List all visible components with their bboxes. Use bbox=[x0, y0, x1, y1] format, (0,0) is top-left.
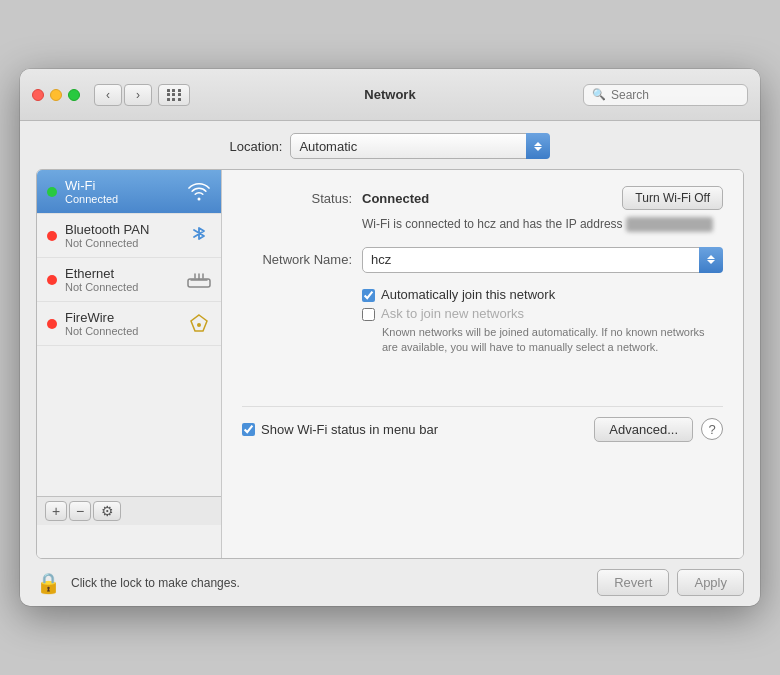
auto-join-label[interactable]: Automatically join this network bbox=[381, 287, 555, 302]
search-icon: 🔍 bbox=[592, 88, 606, 101]
firewire-item-name: FireWire bbox=[65, 310, 179, 325]
location-bar: Location: Automatic bbox=[20, 121, 760, 169]
wifi-status-dot bbox=[47, 187, 57, 197]
status-value: Connected bbox=[362, 191, 429, 206]
back-icon: ‹ bbox=[106, 88, 110, 102]
ethernet-status-dot bbox=[47, 275, 57, 285]
turn-wifi-button[interactable]: Turn Wi-Fi Off bbox=[622, 186, 723, 210]
right-panel: Status: Connected Turn Wi-Fi Off Wi-Fi i… bbox=[222, 170, 743, 558]
network-name-label: Network Name: bbox=[242, 252, 352, 267]
grid-button[interactable] bbox=[158, 84, 190, 106]
ask-join-row: Ask to join new networks bbox=[362, 306, 723, 321]
bluetooth-item-status: Not Connected bbox=[65, 237, 179, 249]
bluetooth-icon bbox=[187, 224, 211, 248]
search-bar[interactable]: 🔍 bbox=[583, 84, 748, 106]
forward-icon: › bbox=[136, 88, 140, 102]
network-name-row: Network Name: hcz bbox=[242, 247, 723, 273]
network-name-wrapper: hcz bbox=[362, 247, 723, 273]
status-label: Status: bbox=[242, 191, 352, 206]
sidebar-item-wifi[interactable]: Wi-Fi Connected bbox=[37, 170, 221, 214]
gear-icon: ⚙ bbox=[101, 503, 114, 519]
show-wifi-checkbox[interactable] bbox=[242, 423, 255, 436]
firewire-item-text: FireWire Not Connected bbox=[65, 310, 179, 337]
advanced-button[interactable]: Advanced... bbox=[594, 417, 693, 442]
lock-icon: 🔒 bbox=[36, 571, 61, 595]
sidebar-spacer bbox=[37, 346, 221, 496]
minus-icon: − bbox=[76, 503, 84, 519]
auto-join-row: Automatically join this network bbox=[362, 287, 723, 302]
wifi-item-status: Connected bbox=[65, 193, 179, 205]
grid-icon bbox=[167, 89, 182, 101]
ask-join-help: Known networks will be joined automatica… bbox=[382, 325, 723, 356]
footer-buttons: Revert Apply bbox=[597, 569, 744, 596]
bluetooth-item-text: Bluetooth PAN Not Connected bbox=[65, 222, 179, 249]
apply-button[interactable]: Apply bbox=[677, 569, 744, 596]
wifi-info: Wi-Fi is connected to hcz and has the IP… bbox=[362, 216, 723, 233]
help-button[interactable]: ? bbox=[701, 418, 723, 440]
network-settings-button[interactable]: ⚙ bbox=[93, 501, 121, 521]
location-arrow-icon bbox=[526, 133, 550, 159]
add-network-button[interactable]: + bbox=[45, 501, 67, 521]
firewire-icon bbox=[187, 312, 211, 336]
revert-button[interactable]: Revert bbox=[597, 569, 669, 596]
auto-join-checkbox[interactable] bbox=[362, 289, 375, 302]
svg-point-2 bbox=[197, 323, 201, 327]
location-label: Location: bbox=[230, 139, 283, 154]
status-row: Status: Connected Turn Wi-Fi Off bbox=[242, 186, 723, 210]
wifi-item-text: Wi-Fi Connected bbox=[65, 178, 179, 205]
back-button[interactable]: ‹ bbox=[94, 84, 122, 106]
remove-network-button[interactable]: − bbox=[69, 501, 91, 521]
show-wifi-label[interactable]: Show Wi-Fi status in menu bar bbox=[261, 422, 438, 437]
window-title: Network bbox=[364, 87, 415, 102]
show-wifi-row: Show Wi-Fi status in menu bar bbox=[242, 422, 438, 437]
footer: 🔒 Click the lock to make changes. Revert… bbox=[20, 559, 760, 606]
ask-join-checkbox[interactable] bbox=[362, 308, 375, 321]
traffic-lights bbox=[32, 89, 80, 101]
minimize-button[interactable] bbox=[50, 89, 62, 101]
sidebar-item-ethernet[interactable]: Ethernet Not Connected bbox=[37, 258, 221, 302]
ask-join-label[interactable]: Ask to join new networks bbox=[381, 306, 524, 321]
panel-spacer bbox=[242, 366, 723, 386]
sidebar-toolbar: + − ⚙ bbox=[37, 496, 221, 525]
nav-buttons: ‹ › bbox=[94, 84, 152, 106]
lock-text: Click the lock to make changes. bbox=[71, 576, 587, 590]
ethernet-item-name: Ethernet bbox=[65, 266, 179, 281]
titlebar: ‹ › Network 🔍 bbox=[20, 69, 760, 121]
maximize-button[interactable] bbox=[68, 89, 80, 101]
firewire-status-dot bbox=[47, 319, 57, 329]
network-name-select[interactable]: hcz bbox=[362, 247, 723, 273]
firewire-item-status: Not Connected bbox=[65, 325, 179, 337]
sidebar-item-bluetooth[interactable]: Bluetooth PAN Not Connected bbox=[37, 214, 221, 258]
sidebar: Wi-Fi Connected Bluetooth PAN bbox=[37, 170, 222, 558]
forward-button[interactable]: › bbox=[124, 84, 152, 106]
add-icon: + bbox=[52, 503, 60, 519]
bottom-options: Show Wi-Fi status in menu bar Advanced..… bbox=[242, 406, 723, 442]
bluetooth-status-dot bbox=[47, 231, 57, 241]
wifi-icon bbox=[187, 180, 211, 204]
location-select[interactable]: Automatic bbox=[290, 133, 550, 159]
location-select-wrapper: Automatic bbox=[290, 133, 550, 159]
bottom-right-buttons: Advanced... ? bbox=[594, 417, 723, 442]
network-window: ‹ › Network 🔍 Location: Automatic bbox=[20, 69, 760, 606]
main-content: Wi-Fi Connected Bluetooth PAN bbox=[36, 169, 744, 559]
close-button[interactable] bbox=[32, 89, 44, 101]
ethernet-icon bbox=[187, 268, 211, 292]
wifi-item-name: Wi-Fi bbox=[65, 178, 179, 193]
sidebar-item-firewire[interactable]: FireWire Not Connected bbox=[37, 302, 221, 346]
ip-address: 192.168.1.100 bbox=[626, 217, 713, 232]
ethernet-item-status: Not Connected bbox=[65, 281, 179, 293]
search-input[interactable] bbox=[611, 88, 739, 102]
wifi-info-text: Wi-Fi is connected to hcz and has the IP… bbox=[362, 217, 623, 231]
checkboxes-group: Automatically join this network Ask to j… bbox=[362, 287, 723, 356]
ethernet-item-text: Ethernet Not Connected bbox=[65, 266, 179, 293]
bluetooth-item-name: Bluetooth PAN bbox=[65, 222, 179, 237]
